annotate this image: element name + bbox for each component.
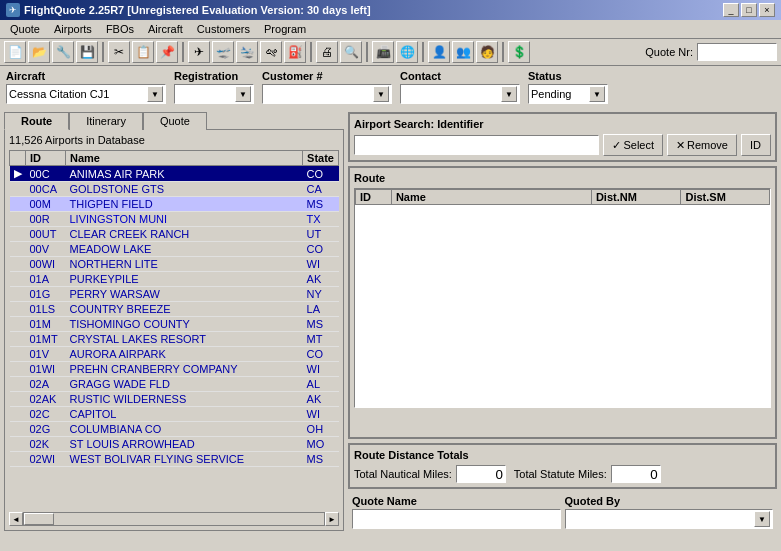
- sm-value[interactable]: [611, 465, 661, 483]
- row-arrow: ▶: [10, 166, 26, 182]
- scroll-right-btn[interactable]: ►: [325, 512, 339, 526]
- airport-row[interactable]: 01LS COUNTRY BREEZE LA: [10, 302, 339, 317]
- row-arrow: [10, 392, 26, 407]
- airport-row[interactable]: 02AK RUSTIC WILDERNESS AK: [10, 392, 339, 407]
- airport-row[interactable]: 00R LIVINGSTON MUNI TX: [10, 212, 339, 227]
- row-arrow: [10, 407, 26, 422]
- minimize-button[interactable]: _: [723, 3, 739, 17]
- select-label: Select: [623, 139, 654, 151]
- customer-combo[interactable]: ▼: [262, 84, 392, 104]
- print-button[interactable]: 🖨: [316, 41, 338, 63]
- airport-row[interactable]: 01MT CRYSTAL LAKES RESORT MT: [10, 332, 339, 347]
- nm-value[interactable]: [456, 465, 506, 483]
- tab-content: 11,526 Airports in Database ID Name Stat…: [4, 129, 344, 531]
- quote-nr-input[interactable]: [697, 43, 777, 61]
- airport-row[interactable]: 00CA GOLDSTONE GTS CA: [10, 182, 339, 197]
- aircraft-combo[interactable]: Cessna Citation CJ1 ▼: [6, 84, 166, 104]
- web-button[interactable]: 🌐: [396, 41, 418, 63]
- menu-program[interactable]: Program: [258, 22, 312, 36]
- row-state: TX: [303, 212, 339, 227]
- row-state: NY: [303, 287, 339, 302]
- copy-button[interactable]: 📋: [132, 41, 154, 63]
- contact-combo-arrow[interactable]: ▼: [501, 86, 517, 102]
- row-name: WEST BOLIVAR FLYING SERVICE: [66, 452, 303, 467]
- contact-combo[interactable]: ▼: [400, 84, 520, 104]
- remove-button[interactable]: ✕ Remove: [667, 134, 737, 156]
- tools-button[interactable]: 🔧: [52, 41, 74, 63]
- airport-row[interactable]: 02A GRAGG WADE FLD AL: [10, 377, 339, 392]
- close-button[interactable]: ×: [759, 3, 775, 17]
- route-table: ID Name Dist.NM Dist.SM: [355, 189, 770, 205]
- registration-combo-arrow[interactable]: ▼: [235, 86, 251, 102]
- airport-row[interactable]: 00UT CLEAR CREEK RANCH UT: [10, 227, 339, 242]
- airport-row[interactable]: 02C CAPITOL WI: [10, 407, 339, 422]
- plane2-button[interactable]: 🛫: [212, 41, 234, 63]
- quote-name-input[interactable]: [352, 509, 561, 529]
- main-content: Route Itinerary Quote 11,526 Airports in…: [0, 108, 781, 535]
- airport-row[interactable]: 01M TISHOMINGO COUNTY MS: [10, 317, 339, 332]
- airport-row[interactable]: 02WI WEST BOLIVAR FLYING SERVICE MS: [10, 452, 339, 467]
- row-arrow: [10, 422, 26, 437]
- airport-row[interactable]: 02K ST LOUIS ARROWHEAD MO: [10, 437, 339, 452]
- new-button[interactable]: 📄: [4, 41, 26, 63]
- row-arrow: [10, 212, 26, 227]
- airport-row[interactable]: 01A PURKEYPILE AK: [10, 272, 339, 287]
- status-combo[interactable]: Pending ▼: [528, 84, 608, 104]
- aircraft-combo-arrow[interactable]: ▼: [147, 86, 163, 102]
- id-label: ID: [750, 139, 761, 151]
- contact-field-group: Contact ▼: [400, 70, 520, 104]
- h-scroll-track[interactable]: [23, 512, 325, 526]
- tabs-row: Route Itinerary Quote: [4, 112, 344, 130]
- row-arrow: [10, 257, 26, 272]
- person3-button[interactable]: 🧑: [476, 41, 498, 63]
- quoted-by-arrow[interactable]: ▼: [754, 511, 770, 527]
- menu-fbos[interactable]: FBOs: [100, 22, 140, 36]
- airport-row[interactable]: 00WI NORTHERN LITE WI: [10, 257, 339, 272]
- row-name: ST LOUIS ARROWHEAD: [66, 437, 303, 452]
- person-button[interactable]: 👤: [428, 41, 450, 63]
- route-table-container: ID Name Dist.NM Dist.SM: [354, 188, 771, 408]
- person2-button[interactable]: 👥: [452, 41, 474, 63]
- plane-button[interactable]: ✈: [188, 41, 210, 63]
- open-button[interactable]: 📂: [28, 41, 50, 63]
- menu-quote[interactable]: Quote: [4, 22, 46, 36]
- nm-item: Total Nautical Miles:: [354, 465, 506, 483]
- airport-row[interactable]: 02G COLUMBIANA CO OH: [10, 422, 339, 437]
- id-button[interactable]: ID: [741, 134, 771, 156]
- customer-combo-arrow[interactable]: ▼: [373, 86, 389, 102]
- maximize-button[interactable]: □: [741, 3, 757, 17]
- menu-customers[interactable]: Customers: [191, 22, 256, 36]
- menu-aircraft[interactable]: Aircraft: [142, 22, 189, 36]
- quote-nr-label: Quote Nr:: [645, 46, 693, 58]
- save-button[interactable]: 💾: [76, 41, 98, 63]
- airport-row[interactable]: 00V MEADOW LAKE CO: [10, 242, 339, 257]
- quoted-by-combo[interactable]: ▼: [565, 509, 774, 529]
- airport-row[interactable]: 00M THIGPEN FIELD MS: [10, 197, 339, 212]
- airport-row[interactable]: ▶ 00C ANIMAS AIR PARK CO: [10, 166, 339, 182]
- route-area: Route ID Name Dist.NM Dist.SM: [348, 166, 777, 439]
- fuel-button[interactable]: ⛽: [284, 41, 306, 63]
- airport-row[interactable]: 01G PERRY WARSAW NY: [10, 287, 339, 302]
- h-scroll-thumb[interactable]: [24, 513, 54, 525]
- search-input[interactable]: [354, 135, 599, 155]
- plane3-button[interactable]: 🛬: [236, 41, 258, 63]
- airport-row[interactable]: 01V AURORA AIRPARK CO: [10, 347, 339, 362]
- dollar-button[interactable]: 💲: [508, 41, 530, 63]
- cut-button[interactable]: ✂: [108, 41, 130, 63]
- scroll-left-btn[interactable]: ◄: [9, 512, 23, 526]
- tab-quote[interactable]: Quote: [143, 112, 207, 130]
- airport-row[interactable]: 01WI PREHN CRANBERRY COMPANY WI: [10, 362, 339, 377]
- tab-itinerary[interactable]: Itinerary: [69, 112, 143, 130]
- fax-button[interactable]: 📠: [372, 41, 394, 63]
- aircraft-field-group: Aircraft Cessna Citation CJ1 ▼: [6, 70, 166, 104]
- paste-button[interactable]: 📌: [156, 41, 178, 63]
- menu-airports[interactable]: Airports: [48, 22, 98, 36]
- search-button[interactable]: 🔍: [340, 41, 362, 63]
- airport-table-scroll[interactable]: ID Name State ▶ 00C ANIMAS AIR PARK CO 0…: [9, 150, 339, 510]
- select-button[interactable]: ✓ Select: [603, 134, 663, 156]
- tab-route[interactable]: Route: [4, 112, 69, 130]
- row-name: COUNTRY BREEZE: [66, 302, 303, 317]
- status-combo-arrow[interactable]: ▼: [589, 86, 605, 102]
- registration-combo[interactable]: ▼: [174, 84, 254, 104]
- plane4-button[interactable]: 🛩: [260, 41, 282, 63]
